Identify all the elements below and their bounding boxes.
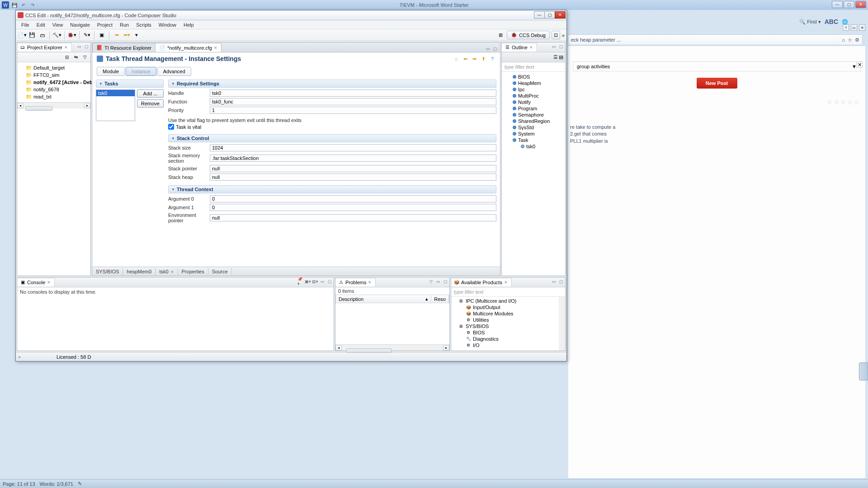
help-nav-icon[interactable]: ? xyxy=(489,56,495,62)
globe-icon[interactable]: 🌐 xyxy=(842,19,848,25)
outline-view1-icon[interactable]: ☰ xyxy=(553,54,558,60)
view-menu-icon[interactable]: ▽ xyxy=(428,278,434,285)
priority-input[interactable] xyxy=(210,107,496,114)
outline-filter-input[interactable]: type filter text xyxy=(502,62,565,72)
env-input[interactable] xyxy=(210,214,496,221)
stacksection-input[interactable] xyxy=(210,155,496,162)
scroll-right-icon[interactable]: ▸ xyxy=(443,345,449,351)
col-description[interactable]: Description▴ xyxy=(336,295,431,303)
col-resource[interactable]: Reso xyxy=(431,295,449,303)
menu-help[interactable]: Help xyxy=(180,21,198,28)
problems-table-header[interactable]: Description▴ Reso xyxy=(335,295,449,303)
menu-view[interactable]: View xyxy=(49,21,67,28)
close-tab-icon[interactable]: ✕ xyxy=(170,270,174,274)
product-node[interactable]: ⚙BIOS xyxy=(452,329,558,336)
up-nav-icon[interactable]: ⬆ xyxy=(480,56,486,62)
outline-item[interactable]: Semaphore xyxy=(503,112,564,118)
tab-instance[interactable]: Instance xyxy=(126,67,156,76)
maximize-panel-icon[interactable]: ▢ xyxy=(558,278,564,285)
stackpointer-input[interactable] xyxy=(210,165,496,172)
save-icon[interactable]: 💾 xyxy=(11,1,18,9)
vital-checkbox[interactable] xyxy=(168,124,174,130)
terminal-icon[interactable]: ▣ xyxy=(97,31,106,40)
word-maximize-button[interactable]: ▢ xyxy=(844,1,854,8)
group-activities-dropdown[interactable]: group activities▼ xyxy=(573,61,861,71)
open-console-icon[interactable]: ▤▾ xyxy=(312,278,318,285)
ribbon-help-icon[interactable]: ? xyxy=(843,24,849,31)
menu-navigate[interactable]: Navigate xyxy=(66,21,93,28)
pin-console-icon[interactable]: 📌▾ xyxy=(297,278,304,285)
word-close-button[interactable]: ✕ xyxy=(855,1,866,8)
home-nav-icon[interactable]: ⌂ xyxy=(453,56,459,62)
required-header[interactable]: ▼ Required Settings xyxy=(168,80,496,88)
word-count[interactable]: Words: 1/3,671 xyxy=(40,481,73,487)
saveall-icon[interactable]: 🗃 xyxy=(38,31,47,40)
fwd-nav-icon[interactable]: ➡ xyxy=(471,56,477,62)
maximize-panel-icon[interactable]: ▢ xyxy=(326,278,333,285)
problems-hscroll[interactable]: ◂ ▸ xyxy=(335,344,449,351)
back-nav-icon[interactable]: ⬅ xyxy=(462,56,468,62)
display-console-icon[interactable]: ▣▾ xyxy=(305,278,311,285)
maximize-panel-icon[interactable]: ▢ xyxy=(83,43,90,50)
outline-item[interactable]: Task xyxy=(503,137,564,143)
maximize-panel-icon[interactable]: ▢ xyxy=(558,43,564,50)
tab-advanced[interactable]: Advanced xyxy=(157,67,191,76)
console-tab[interactable]: ▣ Console ✕ xyxy=(17,278,55,286)
close-tab-icon[interactable]: ✕ xyxy=(47,280,51,285)
outline-tree[interactable]: BIOSHeapMemIpcMultiProcNotifyProgramSema… xyxy=(502,72,565,276)
outline-view2-icon[interactable]: ▤ xyxy=(559,54,563,60)
product-node[interactable]: ⊞IPC (Multicore and I/O) xyxy=(452,298,558,304)
perspective-other[interactable]: ⊡ xyxy=(552,31,560,39)
maximize-editor-icon[interactable]: ▢ xyxy=(492,46,498,52)
outline-item[interactable]: HeapMem xyxy=(503,80,564,86)
ribbon-min-icon[interactable]: ▭ xyxy=(851,24,857,31)
products-tab[interactable]: 📦 Available Products ✕ xyxy=(451,278,512,286)
add-task-button[interactable]: Add ... xyxy=(137,89,164,98)
outline-item[interactable]: Program xyxy=(503,105,564,112)
menu-run[interactable]: Run xyxy=(116,21,132,28)
close-tab-icon[interactable]: ✕ xyxy=(504,280,508,285)
product-node[interactable]: ⚙I/O xyxy=(452,342,558,348)
ccs-titlebar[interactable]: CCS Edit - notify_6472/notify_multicore.… xyxy=(16,10,566,20)
close-tab-icon[interactable]: ✕ xyxy=(64,45,68,50)
product-node[interactable]: ⚙Utilities xyxy=(452,317,558,323)
minimize-panel-icon[interactable]: ▭ xyxy=(551,278,557,285)
menu-window[interactable]: Window xyxy=(155,21,180,28)
handle-input[interactable] xyxy=(210,89,496,97)
tasks-header[interactable]: ▼ Tasks xyxy=(96,80,164,88)
product-node[interactable]: ⊞SYS/BIOS xyxy=(452,323,558,329)
flash-icon[interactable]: ✎▾ xyxy=(82,31,91,40)
home-icon[interactable]: ⌂ xyxy=(842,37,845,43)
debug-icon[interactable]: 🐞▾ xyxy=(67,31,76,40)
product-node[interactable]: 📦Input/Output xyxy=(452,304,558,310)
bottom-tab[interactable]: Source xyxy=(208,268,232,275)
outline-tab[interactable]: ☰ Outline ✕ xyxy=(502,43,537,52)
collapse-all-icon[interactable]: ⊟ xyxy=(63,54,71,61)
arg0-input[interactable] xyxy=(210,195,496,202)
outline-item[interactable]: SysStd xyxy=(503,124,564,131)
minimize-editor-icon[interactable]: ▭ xyxy=(485,46,491,52)
project-hscroll[interactable]: ◂ ▸ xyxy=(17,102,90,108)
tab-resource-explorer[interactable]: 📕 TI Resource Explorer xyxy=(92,43,156,52)
stacksize-input[interactable] xyxy=(210,144,496,151)
open-perspective-icon[interactable]: ⊞ xyxy=(496,31,505,40)
project-explorer-tab[interactable]: 🗂 Project Explorer ✕ xyxy=(17,43,72,52)
products-tree[interactable]: ⊞IPC (Multicore and I/O)📦Input/Output📦Mu… xyxy=(451,297,565,351)
menu-project[interactable]: Project xyxy=(94,21,116,28)
perspective-ccs-debug[interactable]: 🐞 CCS Debug xyxy=(507,31,550,39)
menu-edit[interactable]: Edit xyxy=(33,21,49,28)
outline-item[interactable]: BIOS xyxy=(503,74,564,80)
new-post-button[interactable]: New Post xyxy=(697,78,737,89)
close-tab-icon[interactable]: ✕ xyxy=(368,280,372,285)
save-icon[interactable]: 💾 xyxy=(28,31,37,40)
arg1-input[interactable] xyxy=(210,204,496,211)
view-menu-icon[interactable]: ▽ xyxy=(81,54,89,61)
minimize-panel-icon[interactable]: ▭ xyxy=(76,43,82,50)
scroll-left-icon[interactable]: ◂ xyxy=(335,345,342,351)
undo-icon[interactable]: ↶ xyxy=(20,1,27,9)
bottom-tab[interactable]: SYS/BIOS xyxy=(92,268,123,275)
outline-item-child[interactable]: tsk0 xyxy=(503,143,564,150)
nav-dropdown-icon[interactable]: ▾ xyxy=(132,31,141,40)
menu-scripts[interactable]: Scripts xyxy=(132,21,155,28)
maximize-panel-icon[interactable]: ▢ xyxy=(442,278,448,285)
